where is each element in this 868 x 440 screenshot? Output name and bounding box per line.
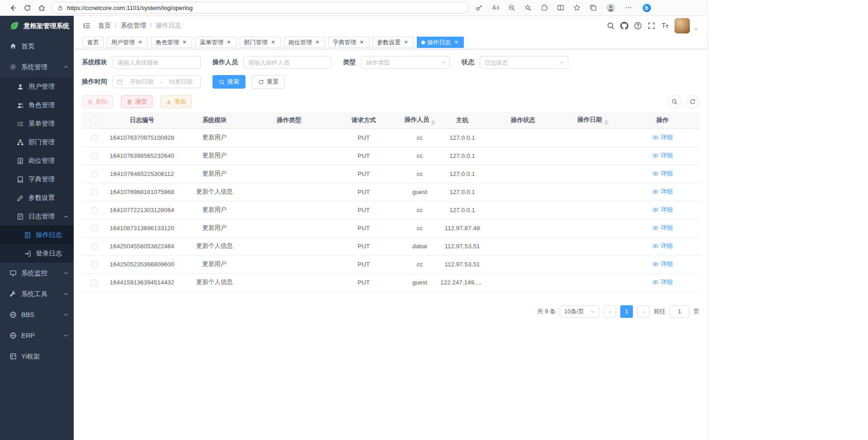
breadcrumb-system[interactable]: 系统管理 <box>121 22 146 30</box>
close-icon[interactable]: × <box>453 39 459 46</box>
user-avatar[interactable] <box>675 18 690 33</box>
detail-link[interactable]: 详细 <box>652 260 673 268</box>
tab-dept[interactable]: 部门管理× <box>240 37 281 48</box>
next-page-button[interactable]: › <box>637 305 650 318</box>
status-select-input[interactable] <box>480 56 568 69</box>
browser-home-button[interactable] <box>34 1 49 14</box>
sidebar-item-role[interactable]: 角色管理 <box>0 96 74 114</box>
sidebar-item-dict[interactable]: 字典管理 <box>0 170 74 189</box>
row-checkbox[interactable] <box>91 243 98 250</box>
tab-menu[interactable]: 菜单管理× <box>195 37 236 48</box>
row-checkbox[interactable] <box>91 171 98 177</box>
breadcrumb-home[interactable]: 首页 <box>98 22 111 30</box>
sort-caret-icon[interactable] <box>604 120 608 125</box>
help-icon[interactable] <box>634 22 642 30</box>
row-checkbox[interactable] <box>91 135 98 141</box>
row-checkbox[interactable] <box>91 153 98 159</box>
more-menu-icon[interactable] <box>625 4 632 11</box>
sidebar-item-bbs[interactable]: BBS <box>0 304 74 325</box>
detail-link[interactable]: 详细 <box>652 224 673 232</box>
close-icon[interactable]: × <box>270 39 276 46</box>
close-icon[interactable]: × <box>314 39 321 46</box>
sidebar-item-dept[interactable]: 部门管理 <box>0 133 74 151</box>
close-icon[interactable]: × <box>359 39 365 46</box>
tab-post[interactable]: 岗位管理× <box>284 37 325 48</box>
sidebar-item-tool[interactable]: 系统工具 <box>0 284 74 304</box>
tab-operlog[interactable]: 操作日志× <box>417 37 464 48</box>
tab-label: 字典管理 <box>333 38 356 47</box>
operator-input[interactable] <box>243 56 331 69</box>
sort-caret-icon[interactable] <box>431 120 435 125</box>
row-checkbox[interactable] <box>91 207 98 213</box>
sidebar-item-post[interactable]: 岗位管理 <box>0 151 74 170</box>
sidebar-item-yiframe[interactable]: Yi框架 <box>0 346 74 367</box>
bing-logo-icon[interactable]: b <box>641 2 652 14</box>
sidebar-item-system[interactable]: 系统管理 <box>0 57 74 77</box>
sidebar-item-erp[interactable]: ERP <box>0 325 74 346</box>
github-icon[interactable] <box>620 22 628 30</box>
row-checkbox[interactable] <box>91 225 98 232</box>
type-select[interactable] <box>361 56 450 69</box>
close-icon[interactable]: × <box>403 39 409 46</box>
font-size-icon[interactable] <box>661 22 669 30</box>
reset-button[interactable]: 重置 <box>252 75 285 89</box>
status-select[interactable] <box>480 56 568 69</box>
detail-link[interactable]: 详细 <box>652 206 673 214</box>
delete-button[interactable]: 删除 <box>82 95 113 108</box>
tab-user[interactable]: 用户管理× <box>107 37 148 48</box>
detail-link[interactable]: 详细 <box>652 133 673 142</box>
detail-link[interactable]: 详细 <box>652 278 673 286</box>
close-icon[interactable]: × <box>226 39 232 46</box>
tab-config[interactable]: 参数设置× <box>373 37 414 48</box>
tab-home[interactable]: 首页 <box>83 37 104 48</box>
page-1-button[interactable]: 1 <box>620 305 633 318</box>
detail-link[interactable]: 详细 <box>652 170 673 178</box>
refresh-button[interactable] <box>20 1 34 14</box>
sidebar-item-menu[interactable]: 菜单管理 <box>0 114 74 133</box>
header-search-icon[interactable] <box>607 22 615 30</box>
select-all-checkbox[interactable] <box>91 117 98 123</box>
detail-link[interactable]: 详细 <box>652 242 673 250</box>
sidebar-item-operlog[interactable]: 操作日志 <box>0 226 74 244</box>
sidebar-toggle-icon[interactable] <box>83 22 91 30</box>
search-button[interactable]: 搜索 <box>212 75 245 89</box>
show-search-button[interactable] <box>668 95 681 109</box>
close-icon[interactable]: × <box>137 39 143 46</box>
row-checkbox[interactable] <box>91 279 98 286</box>
url-bar[interactable]: https://ccnetcore.com:1101/system/log/op… <box>52 2 468 14</box>
sidebar-item-user[interactable]: 用户管理 <box>0 77 74 96</box>
goto-page-input[interactable] <box>670 305 689 318</box>
back-button[interactable] <box>5 1 20 14</box>
sidebar-item-monitor[interactable]: 系统监控 <box>0 263 74 284</box>
password-key-icon[interactable] <box>476 4 483 11</box>
favorites-bar-icon[interactable] <box>573 4 580 11</box>
clear-button[interactable]: 清空 <box>121 95 152 108</box>
sidebar-item-loginlog[interactable]: 登录日志 <box>0 244 74 263</box>
sidebar-item-log[interactable]: 日志管理 <box>0 207 74 226</box>
page-size-select[interactable]: 10条/页 <box>560 305 599 318</box>
prev-page-button[interactable]: ‹ <box>604 305 616 318</box>
export-button[interactable]: 导出 <box>160 95 192 108</box>
detail-link[interactable]: 详细 <box>652 151 673 160</box>
browser-profile-avatar[interactable] <box>606 3 616 13</box>
close-icon[interactable]: × <box>181 39 188 46</box>
favorites-add-icon[interactable] <box>524 4 532 11</box>
refresh-table-button[interactable] <box>686 95 699 109</box>
split-screen-icon[interactable] <box>557 4 564 11</box>
detail-link[interactable]: 详细 <box>652 188 673 196</box>
sidebar-item-home[interactable]: 首页 <box>0 36 74 57</box>
type-select-input[interactable] <box>361 56 450 69</box>
collections-icon[interactable] <box>590 4 597 11</box>
date-range-picker[interactable]: 开始日期 - 结束日期 <box>113 76 201 88</box>
row-checkbox[interactable] <box>91 261 98 268</box>
avatar-caret-icon[interactable] <box>693 27 698 32</box>
module-input[interactable] <box>113 56 201 69</box>
tab-role[interactable]: 角色管理× <box>151 37 192 48</box>
tab-dict[interactable]: 字典管理× <box>328 37 369 48</box>
sidebar-item-config[interactable]: 参数设置 <box>0 189 74 207</box>
fullscreen-icon[interactable] <box>647 22 656 30</box>
zoom-out-icon[interactable] <box>508 4 515 11</box>
extensions-icon[interactable] <box>541 4 548 11</box>
row-checkbox[interactable] <box>91 189 98 195</box>
read-aloud-icon[interactable] <box>492 4 499 11</box>
